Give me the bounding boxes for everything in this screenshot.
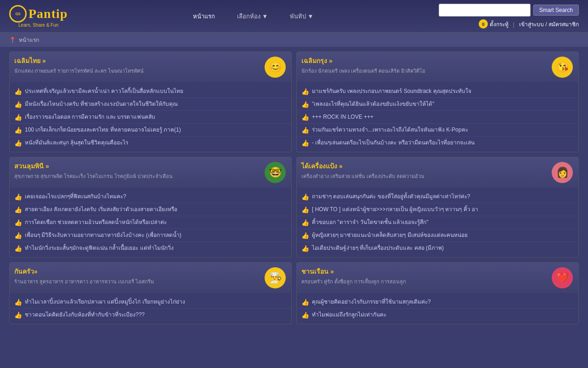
- topic-item[interactable]: 👍 ชาวดอนโตคิดยังไงกับห้องที่ทำกับข้าวที่…: [10, 309, 291, 321]
- section-chaanrueuan-info: ชานเรือน » ครอบครัว คู่รัก ตั้งชื่อลูก ก…: [301, 266, 406, 286]
- topic-item[interactable]: 👍 "เพลงอะไรที่คุณได้ยินแล้วต้องขยับแง้งข…: [297, 98, 578, 111]
- topic-item[interactable]: 👍 ผู้หญิงสวยๆ มาช่วยแนะนำเคล็ดลับสวยๆ มี…: [297, 229, 578, 242]
- section-chaanrueuan-title[interactable]: ชานเรือน »: [301, 266, 406, 276]
- section-kankrua-info: กันครัว» ร้านอาหาร สูตรอาหาร อาหารคาว อา…: [14, 266, 154, 286]
- section-chalermthai-title[interactable]: เฉลิมไทย »: [14, 56, 144, 66]
- topic-item[interactable]: 👍 ถามช่าๆ ตอบเล่นสนุกกันค่ะ ของที่ใส่อยู…: [297, 190, 578, 203]
- topic-item[interactable]: 👍 ทำไมนักวิ่งระยะสั้นๆมักจะดูฟิตแน่น กล้…: [10, 242, 291, 254]
- topic-text: ชาวดอนโตคิดยังไงกับห้องที่ทำกับข้าวที่ระ…: [25, 311, 145, 319]
- topic-item[interactable]: 👍 เคยเจออะไรแปลกๆที่ฟิตเนสกันบ้างไหมคะ?: [10, 190, 291, 203]
- thumb-icon: 👍: [14, 232, 22, 239]
- topic-item[interactable]: 👍 +++ ROCK IN LOVE +++: [297, 111, 578, 124]
- topic-item[interactable]: 👍 เพื่อนๆ มีวิธีระงับความอยากทานอาหารยัง…: [10, 229, 291, 242]
- topic-item[interactable]: 👍 - เพื่อนๆเล่นดนตรีอะไรเป็นกันบ้างคะ หร…: [297, 137, 578, 149]
- header-top: ∞ Pantip Learn, Share & Fun หน้าแรก เลือ…: [0, 0, 588, 32]
- thumb-icon: 👍: [301, 245, 309, 252]
- section-chalermkrung-header: เฉลิมกรุง » นักร้อง นักดนตรี เพลง เครื่อ…: [297, 52, 578, 82]
- topic-item[interactable]: 👍 ทำไมเวลาปิ้งปลาแล้วเรียกปลาเผา แต่ปิ้ง…: [10, 296, 291, 309]
- section-kankrua: กันครัว» ร้านอาหาร สูตรอาหาร อาหารคาว อา…: [9, 262, 292, 324]
- section-taikhrueang-header: ได้เครื่องแป้ง » เครื่องสำอาง เสริมสวย แ…: [297, 157, 578, 188]
- topic-item[interactable]: 👍 มีหนังเรื่องไหนบ้างครับ ที่ช่วยสร้างแร…: [10, 98, 291, 111]
- nav-pantip[interactable]: พันทิป ▼: [283, 7, 320, 26]
- main-content: เฉลิมไทย » นักแสดง ภาพยนตร์ รายการโทรทัศ…: [0, 47, 588, 329]
- topic-text: คุณผู้ชายคิดอย่างไรกับภรรยาที่ใช้นามสกุล…: [312, 298, 431, 306]
- topic-text: หนังที่มันส์และสนุก ลุ้นสุดในชีวิตคุณคือ…: [25, 139, 128, 147]
- topic-text: ประเทศที่เจริญแล้วเขามีละครน้ำเน่า คาวโล…: [25, 87, 183, 95]
- set-topic-label: ตั้งกระทู้: [490, 20, 509, 29]
- section-chaanrueuan-body: 👍 คุณผู้ชายคิดอย่างไรกับภรรยาที่ใช้นามสก…: [297, 293, 578, 324]
- user-area: ฿ ตั้งกระทู้ | เข้าสู่ระบบ / สมัครสมาชิก: [479, 19, 579, 29]
- topic-item[interactable]: 👍 การโดดเชือก ช่วยลดความอ้วนหรือลดน้ำหนั…: [10, 216, 291, 229]
- set-topic-button[interactable]: ฿ ตั้งกระทู้: [479, 19, 509, 29]
- thumb-icon: 👍: [301, 232, 309, 239]
- nav-home[interactable]: หน้าแรก: [187, 7, 221, 26]
- header-right: Smart Search ฿ ตั้งกระทู้ | เข้าสู่ระบบ …: [439, 4, 579, 29]
- thumb-icon: 👍: [14, 299, 22, 306]
- breadcrumb-pin-icon: 📍: [9, 37, 16, 43]
- section-saanluumphini-title[interactable]: สวนลุมพินี »: [14, 161, 173, 171]
- section-saanluumphini-mascot: 🤓: [264, 161, 287, 184]
- thumb-icon: 👍: [301, 206, 309, 213]
- section-chalermkrung-title[interactable]: เฉลิมกรุง »: [301, 56, 425, 66]
- breadcrumb: 📍 หน้าแรก: [0, 33, 588, 47]
- topic-item[interactable]: 👍 มาแชร์กันครับ เพลงประกอบภาพยนตร์ Sound…: [297, 85, 578, 98]
- topic-item[interactable]: 👍 100 เกร็ดเล็กเกร็ดน้อยของละครไทย ที่หล…: [10, 124, 291, 137]
- topic-item[interactable]: 👍 [ HOW TO ] แต่งหน้าผู้ชาย>>>กลายเป็น ผ…: [297, 203, 578, 216]
- logo-area[interactable]: ∞ Pantip Learn, Share & Fun: [9, 5, 68, 28]
- section-kankrua-title[interactable]: กันครัว»: [14, 266, 154, 276]
- section-taikhrueang-body: 👍 ถามช่าๆ ตอบเล่นสนุกกันค่ะ ของที่ใส่อยู…: [297, 188, 578, 257]
- smart-search-button[interactable]: Smart Search: [533, 5, 579, 16]
- section-taikhrueang-subtitle: เครื่องสำอาง เสริมสวย แฟชั่น เครื่องประด…: [301, 172, 424, 180]
- mascot-chef-cooking: 👨‍🍳: [265, 267, 286, 288]
- section-chaanrueuan-header: ชานเรือน » ครอบครัว คู่รัก ตั้งชื่อลูก ก…: [297, 263, 578, 293]
- topic-text: คิ้วขอบอก "ดาราจำ วันใดขาดชั้น แล้วเธอจะ…: [312, 218, 429, 226]
- header: ∞ Pantip Learn, Share & Fun หน้าแรก เลือ…: [0, 0, 588, 33]
- topic-text: ถามช่าๆ ตอบเล่นสนุกกันค่ะ ของที่ใส่อยู่ท…: [312, 193, 470, 201]
- topic-text: - เพื่อนๆเล่นดนตรีอะไรเป็นกันบ้างคะ หรือ…: [312, 139, 475, 147]
- mascot-yellow-chalermthai: 😊: [265, 57, 286, 78]
- logo-circle: ∞: [9, 5, 27, 23]
- section-chalermkrung-subtitle: นักร้อง นักดนตรี เพลง เครื่องดนตรี คอนเส…: [301, 67, 425, 75]
- topic-item[interactable]: 👍 เรื่องราวของไอดอล การมีความรัก และ บรร…: [10, 111, 291, 124]
- topic-item[interactable]: 👍 ทำไมพ่อแม่ถึงรักลูกไม่เท่ากันคะ: [297, 309, 578, 321]
- search-input[interactable]: [439, 4, 531, 17]
- thumb-icon: 👍: [14, 193, 22, 201]
- section-chalermthai-body: 👍 ประเทศที่เจริญแล้วเขามีละครน้ำเน่า คาว…: [10, 82, 291, 152]
- breadcrumb-home[interactable]: หน้าแรก: [19, 35, 39, 44]
- section-chalermkrung-body: 👍 มาแชร์กันครับ เพลงประกอบภาพยนตร์ Sound…: [297, 82, 578, 152]
- mascot-love-family: ❤️: [552, 267, 573, 288]
- thumb-icon: 👍: [301, 126, 309, 134]
- logo-text: Pantip: [28, 6, 68, 21]
- login-button[interactable]: เข้าสู่ระบบ / สมัครสมาชิก: [519, 20, 579, 29]
- section-chalermthai-subtitle: นักแสดง ภาพยนตร์ รายการโทรทัศน์ ละคร โฆษ…: [14, 67, 144, 75]
- section-saanluumphini-info: สวนลุมพินี » สุขภาพกาย สุขภาพจิต โรคมะเร…: [14, 161, 173, 180]
- topic-text: เคยเจออะไรแปลกๆที่ฟิตเนสกันบ้างไหมคะ?: [25, 193, 126, 201]
- topic-item[interactable]: 👍 คุณผู้ชายคิดอย่างไรกับภรรยาที่ใช้นามสก…: [297, 296, 578, 309]
- section-taikhrueang-title[interactable]: ได้เครื่องแป้ง »: [301, 161, 424, 171]
- section-chaanrueuan: ชานเรือน » ครอบครัว คู่รัก ตั้งชื่อลูก ก…: [296, 262, 579, 324]
- thumb-icon: 👍: [14, 126, 22, 134]
- topic-text: มีหนังเรื่องไหนบ้างครับ ที่ช่วยสร้างแรงบ…: [25, 100, 178, 108]
- topic-item[interactable]: 👍 ร่วมกันแชร์ความทรงจำ...เพราะอะไรถึงได้…: [297, 124, 578, 137]
- thumb-icon: 👍: [14, 245, 22, 252]
- topic-text: เรื่องราวของไอดอล การมีความรัก และ บรรดา…: [25, 113, 155, 121]
- thumb-icon: 👍: [301, 299, 309, 306]
- thumb-icon: 👍: [301, 101, 309, 108]
- mascot-music: 😘: [552, 57, 573, 78]
- nav-area: หน้าแรก เลือกห้อง ▼ พันทิป ▼: [187, 7, 320, 26]
- thumb-icon: 👍: [14, 206, 22, 213]
- logo-tagline: Learn, Share & Fun: [18, 23, 58, 28]
- topic-item[interactable]: 👍 ประเทศที่เจริญแล้วเขามีละครน้ำเน่า คาว…: [10, 85, 291, 98]
- nav-select-room[interactable]: เลือกห้อง ▼: [231, 7, 274, 26]
- topic-item[interactable]: 👍 สายตาเอียง สังเกตยายังไงครับ เริ่มสงสั…: [10, 203, 291, 216]
- topic-item[interactable]: 👍 คิ้วขอบอก "ดาราจำ วันใดขาดชั้น แล้วเธอ…: [297, 216, 578, 229]
- topic-item[interactable]: 👍 ไอเดียประดิษฐ์ง่ายๆ ที่เก็บเครื่องประด…: [297, 242, 578, 254]
- mascot-pink-beauty: 👩: [552, 162, 573, 183]
- section-taikhrueang-mascot: 👩: [551, 161, 574, 184]
- section-chalermthai-header: เฉลิมไทย » นักแสดง ภาพยนตร์ รายการโทรทัศ…: [10, 52, 291, 82]
- section-saanluumphini-subtitle: สุขภาพกาย สุขภาพจิต โรคมะเร็ง โรคไมเกรน …: [14, 172, 173, 180]
- thumb-icon: 👍: [301, 193, 309, 201]
- topic-item[interactable]: 👍 หนังที่มันส์และสนุก ลุ้นสุดในชีวิตคุณค…: [10, 137, 291, 149]
- thumb-icon: 👍: [14, 114, 22, 121]
- section-kankrua-body: 👍 ทำไมเวลาปิ้งปลาแล้วเรียกปลาเผา แต่ปิ้ง…: [10, 293, 291, 324]
